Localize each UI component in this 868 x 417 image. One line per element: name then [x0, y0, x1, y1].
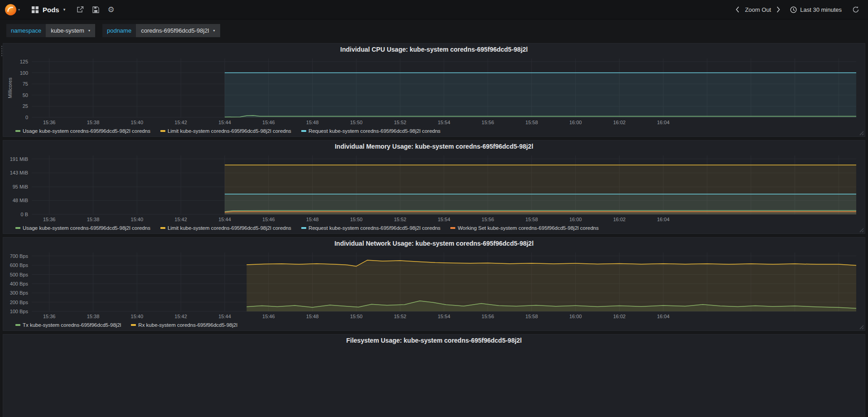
chevron-left-icon	[736, 6, 739, 13]
svg-text:16:00: 16:00	[569, 314, 582, 319]
time-shift-forward-button[interactable]	[773, 0, 784, 19]
panel-resize-handle[interactable]	[858, 130, 864, 136]
legend-series-name: Usage kube-system coredns-695f96dcd5-98j…	[23, 128, 150, 134]
legend-series-name: Tx kube-system coredns-695f96dcd5-98j2l	[23, 322, 121, 328]
svg-text:15:36: 15:36	[43, 314, 56, 319]
svg-text:15:50: 15:50	[350, 217, 363, 222]
svg-text:0 B: 0 B	[20, 212, 28, 217]
legend-series-name: Limit kube-system coredns-695f96dcd5-98j…	[168, 225, 291, 231]
legend-series-color	[301, 227, 306, 229]
panel-network-usage: Individual Network Usage: kube-system co…	[3, 237, 865, 331]
legend-item[interactable]: Rx kube-system coredns-695f96dcd5-98j2l	[131, 322, 237, 328]
svg-text:15:40: 15:40	[131, 217, 144, 222]
legend-series-name: Request kube-system coredns-695f96dcd5-9…	[309, 225, 441, 231]
panel-resize-handle[interactable]	[858, 324, 864, 330]
svg-text:15:50: 15:50	[350, 314, 363, 319]
legend-series-name: Request kube-system coredns-695f96dcd5-9…	[309, 128, 441, 134]
svg-text:16:02: 16:02	[613, 217, 626, 222]
legend-series-color	[301, 130, 306, 132]
chart-legend: Usage kube-system coredns-695f96dcd5-98j…	[6, 223, 862, 233]
svg-text:15:38: 15:38	[87, 314, 100, 319]
svg-text:48 MiB: 48 MiB	[13, 198, 28, 203]
save-dashboard-button[interactable]	[88, 0, 103, 19]
legend-item[interactable]: Working Set kube-system coredns-695f96dc…	[450, 225, 598, 231]
variable-podname-dropdown[interactable]: coredns-695f96dcd5-98j2l ▾	[136, 24, 220, 37]
svg-text:15:36: 15:36	[43, 120, 56, 125]
svg-text:0: 0	[25, 115, 28, 120]
refresh-button[interactable]	[848, 0, 863, 19]
legend-item[interactable]: Usage kube-system coredns-695f96dcd5-98j…	[15, 225, 150, 231]
panel-title[interactable]: Individual Network Usage: kube-system co…	[6, 238, 862, 249]
share-dashboard-button[interactable]	[72, 0, 88, 19]
svg-text:50: 50	[23, 92, 28, 98]
legend-series-color	[160, 227, 165, 229]
share-icon	[77, 6, 84, 13]
svg-text:15:48: 15:48	[306, 314, 319, 319]
grafana-menu-button[interactable]: ▾	[0, 0, 24, 19]
legend-item[interactable]: Tx kube-system coredns-695f96dcd5-98j2l	[15, 322, 121, 328]
time-range-label: Last 30 minutes	[800, 6, 842, 13]
svg-text:15:46: 15:46	[262, 217, 275, 222]
svg-text:15:52: 15:52	[394, 217, 406, 222]
chart-legend: Tx kube-system coredns-695f96dcd5-98j2lR…	[6, 320, 862, 330]
svg-text:15:46: 15:46	[262, 314, 275, 319]
legend-series-name: Usage kube-system coredns-695f96dcd5-98j…	[23, 225, 150, 231]
svg-text:300 Bps: 300 Bps	[10, 290, 29, 296]
legend-series-color	[15, 324, 20, 326]
svg-text:15:48: 15:48	[306, 120, 319, 125]
svg-text:15:58: 15:58	[526, 217, 538, 222]
chevron-down-icon: ▾	[18, 8, 20, 12]
time-shift-back-button[interactable]	[732, 0, 743, 19]
dashboard-settings-button[interactable]: ⚙	[103, 0, 119, 19]
legend-item[interactable]: Request kube-system coredns-695f96dcd5-9…	[301, 225, 441, 231]
zoom-out-button[interactable]: Zoom Out	[743, 0, 773, 19]
svg-text:16:04: 16:04	[657, 120, 670, 125]
svg-text:15:58: 15:58	[526, 120, 538, 125]
panel-memory-usage: Individual Memory Usage: kube-system cor…	[3, 140, 865, 234]
svg-text:15:38: 15:38	[87, 120, 100, 125]
legend-item[interactable]: Limit kube-system coredns-695f96dcd5-98j…	[160, 128, 291, 134]
save-icon	[92, 6, 99, 13]
legend-series-color	[160, 130, 165, 132]
svg-text:16:04: 16:04	[657, 314, 670, 319]
variable-namespace-value: kube-system	[51, 27, 84, 34]
svg-text:15:52: 15:52	[394, 314, 406, 319]
svg-text:191 MiB: 191 MiB	[10, 156, 28, 162]
svg-text:15:42: 15:42	[174, 217, 187, 222]
panel-filesystem-usage: Filesystem Usage: kube-system coredns-69…	[3, 334, 865, 417]
svg-text:95 MiB: 95 MiB	[13, 184, 28, 189]
svg-text:15:36: 15:36	[43, 217, 56, 222]
svg-text:15:56: 15:56	[482, 217, 494, 222]
panel-title[interactable]: Individual Memory Usage: kube-system cor…	[6, 141, 862, 152]
template-variables-bar: namespace kube-system ▾ podname coredns-…	[0, 19, 868, 42]
variable-namespace-dropdown[interactable]: kube-system ▾	[46, 24, 95, 37]
svg-text:15:42: 15:42	[174, 314, 187, 319]
filesystem-chart-area	[6, 346, 862, 417]
variable-podname-value: coredns-695f96dcd5-98j2l	[141, 27, 209, 34]
legend-series-color	[131, 324, 136, 326]
svg-text:15:58: 15:58	[526, 314, 538, 319]
svg-text:100: 100	[20, 70, 28, 76]
svg-text:143 MiB: 143 MiB	[10, 170, 28, 175]
svg-text:500 Bps: 500 Bps	[10, 272, 29, 277]
dashboard-picker[interactable]: Pods ▾	[24, 0, 72, 19]
variable-podname: podname coredns-695f96dcd5-98j2l ▾	[102, 24, 220, 37]
variable-namespace-label: namespace	[6, 24, 46, 37]
network-usage-chart: 15:3615:3815:4015:4215:4415:4615:4815:50…	[6, 249, 862, 320]
svg-text:15:54: 15:54	[438, 217, 450, 222]
gear-icon: ⚙	[108, 5, 115, 15]
time-range-picker[interactable]: Last 30 minutes	[784, 0, 848, 19]
panel-title[interactable]: Filesystem Usage: kube-system coredns-69…	[6, 335, 862, 346]
legend-item[interactable]: Limit kube-system coredns-695f96dcd5-98j…	[160, 225, 291, 231]
panel-resize-handle[interactable]	[858, 227, 864, 233]
svg-text:15:38: 15:38	[87, 217, 100, 222]
svg-text:15:50: 15:50	[350, 120, 363, 125]
svg-text:16:00: 16:00	[569, 120, 582, 125]
legend-item[interactable]: Request kube-system coredns-695f96dcd5-9…	[301, 128, 441, 134]
legend-item[interactable]: Usage kube-system coredns-695f96dcd5-98j…	[15, 128, 150, 134]
panel-cpu-usage: Individual CPU Usage: kube-system coredn…	[3, 43, 865, 137]
panel-title[interactable]: Individual CPU Usage: kube-system coredn…	[6, 44, 862, 55]
svg-text:15:42: 15:42	[174, 120, 187, 125]
chart-legend: Usage kube-system coredns-695f96dcd5-98j…	[6, 126, 862, 136]
svg-text:75: 75	[23, 81, 28, 87]
